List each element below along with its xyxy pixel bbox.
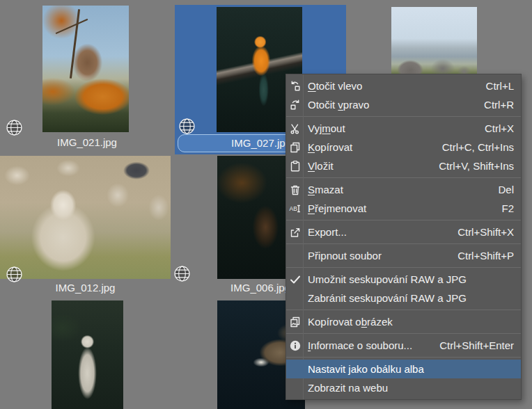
globe-icon: [173, 265, 191, 282]
menu-item-umoznit-seskupovani-raw-jpg[interactable]: Umožnit seskupování RAW a JPG: [286, 270, 521, 289]
menu-item-kopirovat[interactable]: Kopírovat Ctrl+C, Ctrl+Ins: [286, 138, 521, 157]
menu-item-label: Připnout soubor: [308, 250, 445, 262]
menu-separator: [286, 267, 521, 268]
photo-browser-canvas: IMG_021.jpg IMG_027.jpg IMG_012.jpg IMG_…: [0, 0, 532, 409]
menu-separator: [286, 243, 521, 244]
menu-item-zabranit-seskupovani-raw-jpg[interactable]: Zabránit seskupování RAW a JPG: [286, 289, 521, 307]
menu-item-shortcut: Ctrl+R: [484, 99, 514, 111]
menu-item-export[interactable]: Export... Ctrl+Shift+X: [286, 223, 521, 241]
menu-item-zobrazit-na-webu[interactable]: Zobrazit na webu: [286, 378, 521, 397]
menu-item-label: Vložit: [308, 160, 426, 172]
menu-item-label: Smazat: [308, 184, 485, 195]
globe-icon: [6, 266, 23, 283]
svg-text:AB: AB: [290, 205, 298, 212]
menu-item-label: Umožnit seskupování RAW a JPG: [308, 273, 501, 285]
menu-item-shortcut: Ctrl+C, Ctrl+Ins: [442, 141, 514, 153]
trash-icon: [288, 180, 302, 199]
menu-item-label: Kopírovat obrázek: [308, 316, 501, 328]
menu-item-shortcut: Ctrl+L: [486, 80, 514, 92]
thumbnail-img-021[interactable]: [42, 6, 129, 132]
menu-item-nastavit-jako-obalku-alba[interactable]: Nastavit jako obálku alba: [286, 360, 521, 378]
copy-icon: [288, 138, 302, 157]
menu-separator: [286, 357, 521, 358]
thumbnail-img-012[interactable]: [0, 156, 171, 279]
menu-item-otocit-vpravo[interactable]: Otočit vpravo Ctrl+R: [286, 95, 521, 114]
menu-item-label: Přejmenovat: [308, 202, 489, 214]
menu-item-label: Informace o souboru...: [308, 339, 427, 351]
menu-item-prejmenovat[interactable]: AB Přejmenovat F2: [286, 199, 521, 218]
export-icon: [288, 223, 302, 241]
menu-item-shortcut: Ctrl+Shift+P: [457, 250, 514, 262]
no-icon: [288, 246, 302, 265]
context-menu: Otočit vlevo Ctrl+L Otočit vpravo Ctrl+R…: [285, 74, 522, 400]
no-icon: [288, 360, 302, 378]
menu-item-label: Zobrazit na webu: [308, 382, 501, 394]
menu-separator: [286, 116, 521, 117]
menu-item-smazat[interactable]: Smazat Del: [286, 180, 521, 199]
menu-item-label: Otočit vpravo: [308, 99, 471, 111]
menu-separator: [286, 177, 521, 178]
rotate-left-icon: [288, 77, 302, 95]
no-icon: [288, 378, 302, 397]
menu-separator: [286, 220, 521, 220]
globe-icon: [178, 118, 196, 135]
menu-item-label: Nastavit jako obálku alba: [308, 363, 501, 375]
menu-separator: [286, 310, 521, 310]
rotate-right-icon: [288, 95, 302, 114]
menu-item-shortcut: Ctrl+Shift+X: [457, 226, 514, 238]
check-icon: [288, 270, 302, 289]
menu-item-shortcut: Ctrl+X: [485, 122, 514, 134]
no-icon: [288, 289, 302, 307]
copy-image-icon: [288, 312, 302, 331]
menu-item-vlozit[interactable]: Vložit Ctrl+V, Shift+Ins: [286, 157, 521, 175]
menu-item-informace-o-souboru[interactable]: Informace o souboru... Ctrl+Shift+Enter: [286, 336, 521, 355]
menu-item-label: Export...: [308, 226, 445, 238]
menu-item-label: Kopírovat: [308, 141, 430, 153]
menu-item-shortcut: Ctrl+Shift+Enter: [439, 339, 514, 351]
paste-icon: [288, 157, 302, 175]
menu-item-shortcut: Ctrl+V, Shift+Ins: [439, 160, 514, 172]
menu-item-vyjmout[interactable]: Vyjmout Ctrl+X: [286, 119, 521, 138]
thumbnail-elephants[interactable]: [391, 7, 477, 82]
menu-item-otocit-vlevo[interactable]: Otočit vlevo Ctrl+L: [286, 77, 521, 95]
menu-item-label: Zabránit seskupování RAW a JPG: [308, 292, 501, 304]
rename-icon: AB: [288, 199, 302, 218]
menu-item-shortcut: F2: [501, 202, 514, 214]
menu-item-kopirovat-obrazek[interactable]: Kopírovat obrázek: [286, 312, 521, 331]
filename-label[interactable]: IMG_021.jpg: [0, 136, 174, 148]
info-icon: [288, 336, 302, 355]
menu-item-label: Otočit vlevo: [308, 80, 474, 92]
menu-item-shortcut: Del: [498, 184, 514, 195]
menu-separator: [286, 333, 521, 334]
filename-label[interactable]: IMG_012.jpg: [0, 282, 171, 294]
scissors-icon: [288, 119, 302, 138]
menu-item-pripnout-soubor[interactable]: Připnout soubor Ctrl+Shift+P: [286, 246, 521, 265]
menu-item-label: Vyjmout: [308, 122, 472, 134]
thumbnail-tiger[interactable]: [52, 300, 123, 409]
globe-icon: [6, 119, 23, 136]
